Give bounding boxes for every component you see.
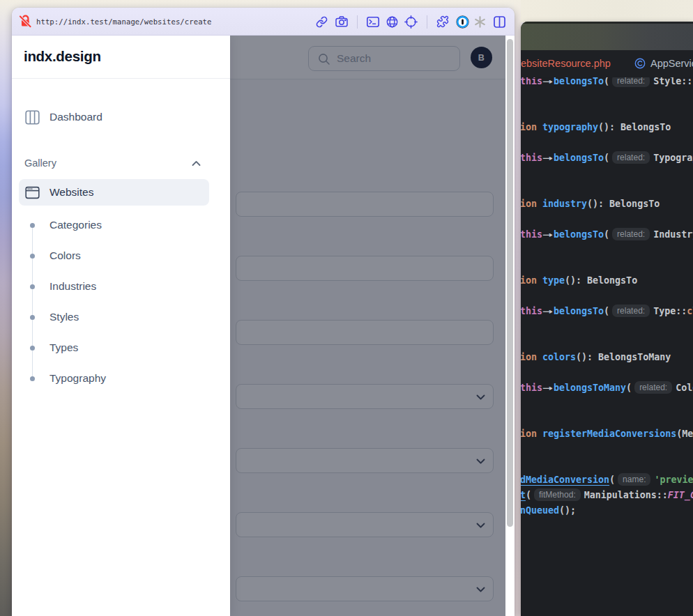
code-line: this→belongsToMany(related:Color::class)… — [521, 380, 693, 396]
code-token: (): BelongsTo — [565, 275, 637, 286]
code-token: Manipulations:: — [584, 490, 668, 500]
code-token: belongsTo — [554, 306, 604, 316]
editor-tab-app-service-provider[interactable]: AppServiceProvider.php — [634, 50, 693, 76]
code-token: ( — [604, 77, 609, 86]
sidebar-item-label: Dashboard — [50, 111, 102, 123]
browser-toolbar: http://indx.test/manage/websites/create — [12, 8, 515, 36]
code-token: Industry:: — [653, 229, 693, 240]
browser-page-scrollbar[interactable] — [505, 36, 515, 616]
sidebar-item-styles[interactable]: Styles — [12, 302, 221, 332]
code-line: this→belongsTo(related:Industry::class); — [521, 227, 693, 242]
code-token: typography — [542, 122, 598, 132]
sidebar-item-industries[interactable]: Industries — [12, 271, 221, 302]
code-token: Color:: — [676, 383, 693, 393]
camera-icon[interactable] — [332, 8, 351, 36]
code-token: t — [521, 490, 526, 500]
code-token: dMediaConversion — [521, 475, 609, 485]
dashboard-panels-icon — [25, 110, 40, 125]
chevron-up-icon — [192, 160, 201, 167]
bullet-dot-icon — [30, 376, 35, 381]
link-icon[interactable] — [312, 8, 331, 36]
code-token: ( — [526, 490, 531, 500]
code-token: Type:: — [653, 306, 687, 316]
parameter-hint-inlay: related: — [612, 305, 650, 317]
parameter-hint-inlay: name: — [618, 473, 650, 486]
scrollbar-thumb[interactable] — [507, 39, 513, 527]
arrow-operator: → — [538, 151, 558, 166]
sidebar-item-label: Industries — [50, 280, 96, 293]
sidebar-item-websites[interactable]: Websites — [19, 179, 209, 206]
code-token: belongsTo — [554, 153, 604, 163]
code-token: colors — [542, 352, 576, 362]
puzzle-icon[interactable] — [433, 8, 452, 36]
arrow-operator: → — [538, 304, 558, 319]
bullet-dot-icon — [30, 254, 35, 259]
desktop-wallpaper-top — [521, 0, 693, 22]
ide-titlebar — [521, 22, 693, 50]
sidebar-item-dashboard[interactable]: Dashboard — [19, 103, 209, 131]
code-token: ion — [521, 199, 542, 209]
php-class-icon — [634, 58, 646, 69]
code-token: ion — [521, 352, 542, 362]
code-token: (): BelongsTo — [598, 122, 671, 132]
sidebar-item-label: Websites — [50, 186, 93, 199]
sidebar-item-label: Types — [50, 341, 78, 354]
sidebar-divider — [12, 78, 230, 79]
sidebar-item-label: Colors — [50, 249, 81, 262]
bullet-dot-icon — [30, 346, 35, 351]
ide-window: WebsiteResource.php AppServiceProvider.p… — [521, 22, 693, 616]
code-line: nQueued(); — [521, 503, 576, 518]
crosshair-icon[interactable] — [402, 8, 421, 36]
code-token: nQueued — [521, 505, 559, 516]
browser-viewport: B indx.design Dashboard Gallery — [12, 36, 515, 616]
sidebar-item-types[interactable]: Types — [12, 332, 221, 363]
code-token: type — [542, 275, 565, 286]
globe-icon[interactable] — [383, 8, 402, 36]
code-line: ion type(): BelongsTo — [521, 273, 637, 288]
sidebar-item-colors[interactable]: Colors — [12, 240, 221, 271]
editor-tab-website-resource[interactable]: WebsiteResource.php — [521, 50, 611, 76]
section-label: Gallery — [24, 157, 56, 169]
arrow-operator: → — [538, 77, 558, 89]
arrow-operator: → — [538, 380, 558, 396]
terminal-icon[interactable] — [363, 8, 383, 36]
toolbar-divider — [427, 15, 427, 29]
code-line: ion colors(): BelongsToMany — [521, 350, 671, 365]
editor-tab-label: AppServiceProvider.php — [650, 58, 693, 69]
url-bar[interactable]: http://indx.test/manage/websites/create — [36, 8, 211, 36]
code-line: ion registerMediaConversions(Media $medi… — [521, 426, 693, 442]
code-line: this→belongsTo(related:Style::class); — [521, 77, 693, 89]
code-editor[interactable]: this→belongsTo(related:Style::class);ion… — [521, 77, 693, 616]
sidebar-item-typography[interactable]: Typography — [12, 363, 221, 394]
code-token: belongsTo — [554, 77, 604, 86]
code-token: ( — [609, 475, 615, 485]
parameter-hint-inlay: fitMethod: — [534, 488, 581, 501]
ide-tabbar: WebsiteResource.php AppServiceProvider.p… — [521, 50, 693, 77]
parameter-hint-inlay: related: — [612, 77, 650, 87]
browser-window: http://indx.test/manage/websites/create … — [12, 8, 515, 616]
code-token: belongsToMany — [554, 383, 626, 393]
code-token: (): BelongsTo — [587, 199, 660, 209]
code-token: 'preview' — [654, 475, 693, 485]
code-token: belongsTo — [554, 229, 604, 240]
sidebar-item-categories[interactable]: Categories — [12, 210, 221, 240]
code-token: Typography:: — [653, 153, 693, 163]
onepassword-icon[interactable] — [452, 8, 472, 36]
code-token: (): BelongsToMany — [576, 352, 671, 362]
sidebar-item-label: Categories — [50, 219, 102, 231]
code-token: ( — [604, 229, 609, 240]
insecure-lock-slash-icon[interactable] — [17, 13, 33, 29]
code-token: ( — [604, 306, 609, 316]
code-line: ion typography(): BelongsTo — [521, 120, 671, 135]
columns-icon[interactable] — [490, 8, 510, 36]
sidebar-item-label: Typography — [50, 372, 106, 385]
code-token: registerMediaConversions — [542, 429, 676, 439]
code-line: dMediaConversion(name:'preview') — [521, 472, 693, 488]
sidebar-section-gallery[interactable]: Gallery — [24, 154, 215, 174]
app-logo[interactable]: indx.design — [24, 48, 101, 65]
bullet-dot-icon — [30, 284, 35, 289]
toolbar-divider — [357, 15, 358, 29]
arrow-operator: → — [538, 227, 558, 242]
code-token: FIT_CROP — [668, 490, 693, 500]
asterisk-icon[interactable] — [470, 8, 489, 36]
